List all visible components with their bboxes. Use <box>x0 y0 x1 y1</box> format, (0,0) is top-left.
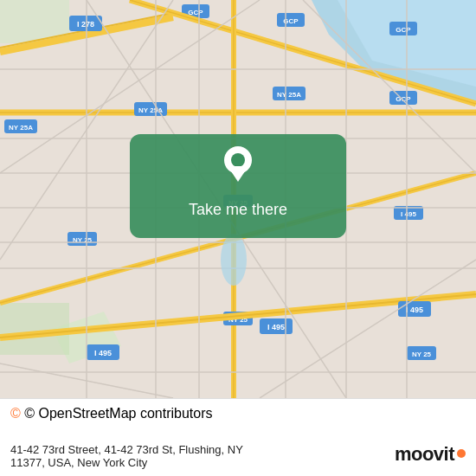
osm-icon: © <box>10 406 21 421</box>
moovit-text: moovit <box>395 443 454 466</box>
bottom-bar: © © OpenStreetMap contributors 41-42 73r… <box>0 398 476 476</box>
svg-text:I 495: I 495 <box>401 210 416 218</box>
map-container: I 278 GCP GCP GCP GCP NY 25A NY 25A NY 2… <box>0 0 476 398</box>
svg-point-74 <box>231 153 245 167</box>
osm-credit: © © OpenStreetMap contributors <box>10 406 466 421</box>
svg-text:GCP: GCP <box>396 95 411 103</box>
svg-text:NY 25A: NY 25A <box>9 124 33 132</box>
moovit-dot <box>457 449 466 458</box>
svg-text:I 495: I 495 <box>94 349 112 357</box>
svg-text:Take me there: Take me there <box>189 201 287 218</box>
map-background: I 278 GCP GCP GCP GCP NY 25A NY 25A NY 2… <box>0 0 476 398</box>
moovit-logo: moovit <box>395 443 466 466</box>
svg-text:I 495: I 495 <box>267 323 285 331</box>
svg-text:GCP: GCP <box>396 26 411 34</box>
svg-point-71 <box>221 234 247 286</box>
svg-text:NY 25A: NY 25A <box>277 91 301 99</box>
svg-text:I 495: I 495 <box>406 306 423 314</box>
svg-text:NY 25: NY 25 <box>412 351 432 358</box>
svg-text:I 278: I 278 <box>77 20 94 29</box>
osm-credit-text: © OpenStreetMap contributors <box>24 406 212 421</box>
